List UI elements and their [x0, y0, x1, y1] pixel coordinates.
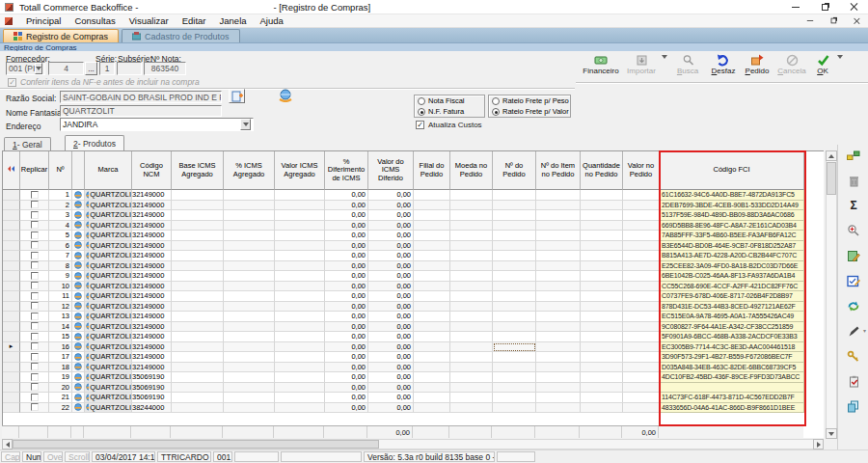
cell-fci[interactable]: EC515E0A-9A78-4695-A0A1-7A555426AC49	[660, 312, 804, 322]
cell-pdif[interactable]: 0,00	[325, 312, 368, 322]
column-header-qtd[interactable]: Quantidade no Pedido	[581, 151, 623, 190]
cell-marca[interactable]: QUARTZOLI	[85, 241, 132, 252]
desfaz-button[interactable]: Desfaz	[706, 52, 741, 75]
cell-ncm[interactable]: 32149000	[132, 251, 172, 261]
cell-repl[interactable]	[20, 342, 49, 353]
cell-repl[interactable]	[20, 201, 49, 211]
replicar-checkbox[interactable]	[31, 403, 39, 411]
cell-base[interactable]	[172, 302, 224, 313]
cell-qtd[interactable]	[581, 221, 623, 232]
cell-vicms[interactable]	[275, 342, 325, 353]
cell-num[interactable]: 19	[49, 372, 72, 383]
ok-button[interactable]: OK	[810, 52, 835, 75]
column-header-num[interactable]: Nº	[49, 151, 72, 190]
cell-moeda[interactable]	[450, 403, 493, 414]
cell-moeda[interactable]	[450, 332, 493, 342]
cell-base[interactable]	[172, 403, 224, 414]
cell-nitem[interactable]	[536, 302, 581, 313]
cell-nitem[interactable]	[536, 221, 581, 232]
replicar-checkbox[interactable]	[31, 322, 39, 330]
cell-pdif[interactable]: 0,00	[325, 221, 368, 232]
cell-moeda[interactable]	[450, 251, 493, 261]
cell-moeda[interactable]	[450, 372, 493, 383]
cell-fci[interactable]: 114C73FC-618F-4473-871D-4C567EDD2B7F	[660, 393, 804, 403]
cell-nitem[interactable]	[536, 312, 581, 322]
cell-ncm[interactable]: 32149000	[132, 201, 172, 211]
rateio-option-2[interactable]: Rateio Frete p/ Valor	[489, 106, 570, 117]
replicar-checkbox[interactable]	[31, 252, 39, 259]
cell-vped[interactable]	[623, 342, 660, 353]
cell-base[interactable]	[172, 201, 224, 211]
cell-picms[interactable]	[224, 363, 275, 373]
cell-nitem[interactable]	[536, 363, 581, 373]
cell-nped[interactable]	[493, 363, 536, 373]
cell-repl[interactable]	[20, 312, 49, 322]
fornecedor-dropdown-button[interactable]	[35, 63, 42, 74]
cell-picms[interactable]	[224, 312, 275, 322]
cell-repl[interactable]	[20, 372, 49, 383]
cell-fci[interactable]: 5137F59E-984D-489D-BB09-88D3A6AC0686	[660, 210, 804, 221]
cell-moeda[interactable]	[450, 312, 493, 322]
cell-picms[interactable]	[224, 372, 275, 383]
cell-qtd[interactable]	[581, 241, 623, 252]
replicar-checkbox[interactable]	[31, 272, 39, 280]
edit-form-icon[interactable]	[846, 273, 861, 288]
cell-nitem[interactable]	[536, 332, 581, 342]
cell-picms[interactable]	[224, 231, 275, 241]
cell-nped[interactable]	[493, 241, 536, 252]
cell-vicms[interactable]	[275, 201, 325, 211]
cell-vdif[interactable]: 0,00	[368, 352, 414, 363]
cell-moeda[interactable]	[450, 231, 493, 241]
cell-marca[interactable]: QUARTZOLI	[85, 312, 132, 322]
cell-picms[interactable]	[224, 403, 275, 414]
cell-num[interactable]: 22	[49, 403, 72, 414]
cell-repl[interactable]	[20, 271, 49, 282]
cell-moeda[interactable]	[450, 352, 493, 363]
cell-base[interactable]	[172, 372, 224, 383]
cell-filial[interactable]	[414, 352, 450, 363]
cell-repl[interactable]	[20, 231, 49, 241]
zoom-icon[interactable]	[846, 223, 861, 238]
cell-moeda[interactable]	[450, 261, 493, 272]
cell-nped[interactable]	[493, 352, 536, 363]
cell-picms[interactable]	[224, 282, 275, 292]
cell-num[interactable]: 8	[49, 261, 72, 272]
cell-nitem[interactable]	[536, 261, 581, 272]
cell-pdif[interactable]: 0,00	[325, 190, 368, 201]
cell-vped[interactable]	[623, 302, 660, 313]
cell-picms[interactable]	[224, 271, 275, 282]
replicar-checkbox[interactable]	[31, 373, 39, 381]
cell-filial[interactable]	[414, 201, 450, 211]
cell-vicms[interactable]	[275, 282, 325, 292]
cell-moeda[interactable]	[450, 221, 493, 232]
cell-base[interactable]	[172, 241, 224, 252]
rateio-radio[interactable]	[492, 97, 500, 105]
cell-marca[interactable]: QUARTZOLI	[85, 302, 132, 313]
cell-marca[interactable]: QUARTZOLI	[85, 231, 132, 241]
cell-filial[interactable]	[414, 291, 450, 302]
cell-qtd[interactable]	[581, 352, 623, 363]
cell-marca[interactable]: QUARTZOLI	[85, 261, 132, 272]
cell-base[interactable]	[172, 271, 224, 282]
cell-vdif[interactable]: 0,00	[368, 271, 414, 282]
cell-num[interactable]: 1	[49, 190, 72, 201]
cell-vped[interactable]	[623, 261, 660, 272]
cell-num[interactable]: 13	[49, 312, 72, 322]
cell-repl[interactable]	[20, 302, 49, 313]
cell-nped[interactable]	[493, 302, 536, 313]
cell-vdif[interactable]: 0,00	[368, 383, 414, 394]
cell-marca[interactable]: QUARTZOLI	[85, 383, 132, 394]
cell-num[interactable]: 17	[49, 352, 72, 363]
menu-item-principal[interactable]: Principal	[19, 15, 68, 26]
cell-ncm[interactable]: 32149000	[132, 352, 172, 363]
cell-filial[interactable]	[414, 322, 450, 333]
replicar-checkbox[interactable]	[31, 342, 39, 350]
cell-num[interactable]: 2	[49, 201, 72, 211]
cell-pdif[interactable]: 0,00	[325, 282, 368, 292]
cell-vped[interactable]	[623, 190, 660, 201]
cell-marca[interactable]: QUARTZOLI	[85, 221, 132, 232]
cell-vicms[interactable]	[275, 403, 325, 414]
cell-nped[interactable]	[493, 322, 536, 333]
column-header-filial[interactable]: Filial do Pedido	[414, 151, 450, 190]
cell-marca[interactable]: QUARTZOLI	[85, 363, 132, 373]
